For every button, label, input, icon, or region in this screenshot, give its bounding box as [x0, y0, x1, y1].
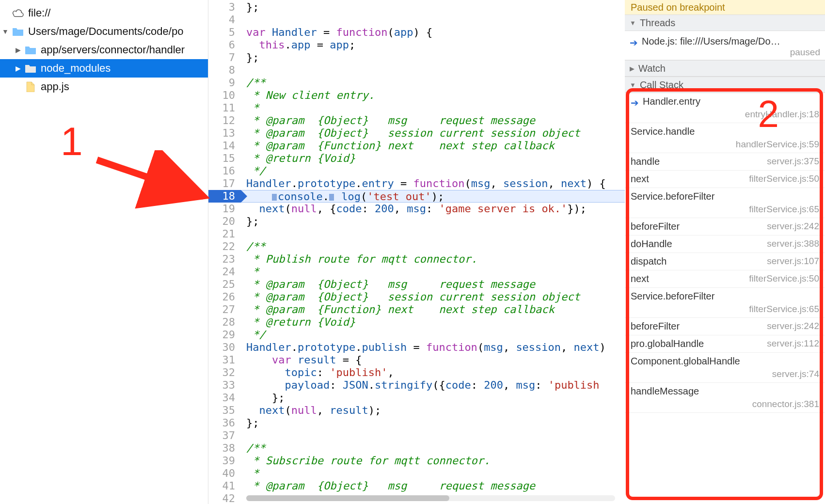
line-number[interactable]: 16 — [208, 165, 241, 177]
tree-item[interactable]: ▶app.js — [0, 78, 208, 96]
line-number[interactable]: 30 — [208, 341, 241, 354]
line-number[interactable]: 21 — [208, 228, 241, 240]
code-line[interactable]: * — [241, 102, 625, 114]
code-area[interactable]: };var Handler = function(app) { this.app… — [241, 0, 625, 504]
code-line[interactable]: * @param {Function} next next step callb… — [241, 303, 625, 316]
code-line[interactable]: /** — [241, 442, 625, 455]
line-number[interactable]: 8 — [208, 64, 241, 77]
line-number[interactable]: 36 — [208, 417, 241, 429]
stack-frame[interactable]: Service.beforeFilterfilterService.js:65 — [625, 188, 825, 218]
code-line[interactable]: * @param {Object} msg request message — [241, 278, 625, 291]
code-line[interactable]: Handler.prototype.entry = function(msg, … — [241, 177, 625, 190]
line-number[interactable]: 35 — [208, 404, 241, 417]
editor-horizontal-scrollbar[interactable] — [246, 495, 615, 501]
stack-frame[interactable]: pro.globalHandleserver.js:112 — [625, 335, 825, 353]
stack-frame[interactable]: ➔Handler.entryentryHandler.js:18 — [625, 93, 825, 123]
line-number[interactable]: 5 — [208, 26, 241, 39]
line-number[interactable]: 22 — [208, 240, 241, 253]
code-line[interactable]: * — [241, 467, 625, 480]
code-line[interactable]: * @return {Void} — [241, 316, 625, 329]
line-number[interactable]: 3 — [208, 1, 241, 14]
line-number[interactable]: 37 — [208, 429, 241, 442]
tree-root-file-scheme[interactable]: ▶ file:// — [0, 4, 208, 22]
code-line[interactable]: }; — [241, 51, 625, 64]
code-line[interactable] — [241, 429, 625, 442]
line-number[interactable]: 6 — [208, 39, 241, 51]
threads-section-header[interactable]: ▼ Threads — [625, 15, 825, 31]
code-line[interactable]: }; — [241, 417, 625, 429]
code-line[interactable]: * @param {Object} msg request message — [241, 114, 625, 127]
stack-frame[interactable]: Component.globalHandleserver.js:74 — [625, 353, 825, 383]
code-line[interactable] — [241, 228, 625, 240]
line-number[interactable]: 11 — [208, 102, 241, 114]
code-line[interactable]: this.app = app; — [241, 39, 625, 51]
code-line[interactable]: * — [241, 266, 625, 278]
line-number[interactable]: 7 — [208, 51, 241, 64]
code-line[interactable]: Handler.prototype.publish = function(msg… — [241, 341, 625, 354]
code-line[interactable]: /** — [241, 240, 625, 253]
tree-item[interactable]: ▶app/servers/connector/handler — [0, 41, 208, 59]
code-line[interactable]: }; — [241, 392, 625, 404]
line-number[interactable]: 19 — [208, 203, 241, 215]
line-number[interactable]: 15 — [208, 152, 241, 165]
line-number[interactable]: 9 — [208, 77, 241, 89]
scrollbar-thumb[interactable] — [246, 495, 449, 501]
stack-frame[interactable]: handleMessageconnector.js:381 — [625, 383, 825, 413]
stack-frame[interactable]: handleserver.js:375 — [625, 153, 825, 171]
code-line[interactable]: /** — [241, 77, 625, 89]
stack-frame[interactable]: nextfilterService.js:50 — [625, 171, 825, 188]
code-line[interactable]: topic: 'publish', — [241, 366, 625, 379]
code-line[interactable]: */ — [241, 165, 625, 177]
disclosure-right-icon[interactable]: ▶ — [15, 47, 21, 53]
line-number[interactable]: 12 — [208, 114, 241, 127]
disclosure-right-icon[interactable]: ▶ — [15, 65, 21, 72]
code-line[interactable]: * New client entry. — [241, 89, 625, 102]
line-number[interactable]: 40 — [208, 467, 241, 480]
line-number[interactable]: 39 — [208, 455, 241, 467]
code-line[interactable]: payload: JSON.stringify({code: 200, msg:… — [241, 379, 625, 392]
code-line[interactable]: next(null, {code: 200, msg: 'game server… — [241, 203, 625, 215]
code-line[interactable]: var result = { — [241, 354, 625, 366]
line-number[interactable]: 23 — [208, 253, 241, 266]
line-number[interactable]: 27 — [208, 303, 241, 316]
line-number[interactable]: 42 — [208, 492, 241, 504]
code-line[interactable]: * @param {Function} next next step callb… — [241, 140, 625, 152]
line-number[interactable]: 24 — [208, 266, 241, 278]
stack-frame[interactable]: Service.handlehandlerService.js:59 — [625, 123, 825, 153]
thread-item[interactable]: ➔ Node.js: file:///Users/mage/Do… paused — [625, 31, 825, 60]
code-line[interactable]: * @param {Object} msg request message — [241, 480, 625, 492]
stack-frame[interactable]: Service.beforeFilterfilterService.js:65 — [625, 288, 825, 318]
line-number[interactable]: 4 — [208, 14, 241, 26]
stack-frame[interactable]: beforeFilterserver.js:242 — [625, 318, 825, 335]
line-number[interactable]: 10 — [208, 89, 241, 102]
code-line[interactable]: console. log('test out'); — [241, 190, 625, 203]
line-number[interactable]: 32 — [208, 366, 241, 379]
code-line[interactable]: var Handler = function(app) { — [241, 26, 625, 39]
line-number[interactable]: 20 — [208, 215, 241, 228]
code-line[interactable] — [241, 64, 625, 77]
stack-frame[interactable]: nextfilterService.js:50 — [625, 270, 825, 288]
line-number[interactable]: 33 — [208, 379, 241, 392]
line-number[interactable]: 38 — [208, 442, 241, 455]
code-line[interactable]: next(null, result); — [241, 404, 625, 417]
line-number[interactable]: 25 — [208, 278, 241, 291]
code-line[interactable]: }; — [241, 1, 625, 14]
disclosure-down-icon[interactable]: ▼ — [2, 28, 9, 35]
tree-item[interactable]: ▶node_modules — [0, 59, 208, 78]
line-number[interactable]: 26 — [208, 291, 241, 303]
code-line[interactable]: * Subscribe route for mqtt connector. — [241, 455, 625, 467]
code-line[interactable]: * @param {Object} session current sessio… — [241, 291, 625, 303]
code-line[interactable]: * Publish route for mqtt connector. — [241, 253, 625, 266]
watch-section-header[interactable]: ▶ Watch — [625, 60, 825, 77]
tree-project-root[interactable]: ▼ Users/mage/Documents/code/po — [0, 22, 208, 41]
stack-frame[interactable]: dispatchserver.js:107 — [625, 253, 825, 270]
code-line[interactable]: }; — [241, 215, 625, 228]
code-line[interactable]: * @return {Void} — [241, 152, 625, 165]
stack-frame[interactable]: beforeFilterserver.js:242 — [625, 218, 825, 236]
line-number[interactable]: 13 — [208, 127, 241, 140]
line-number[interactable]: 14 — [208, 140, 241, 152]
callstack-section-header[interactable]: ▼ Call Stack — [625, 77, 825, 93]
line-number-gutter[interactable]: 3456789101112131415161718192021222324252… — [208, 0, 241, 504]
line-number[interactable]: 29 — [208, 329, 241, 341]
stack-frame[interactable]: doHandleserver.js:388 — [625, 236, 825, 253]
